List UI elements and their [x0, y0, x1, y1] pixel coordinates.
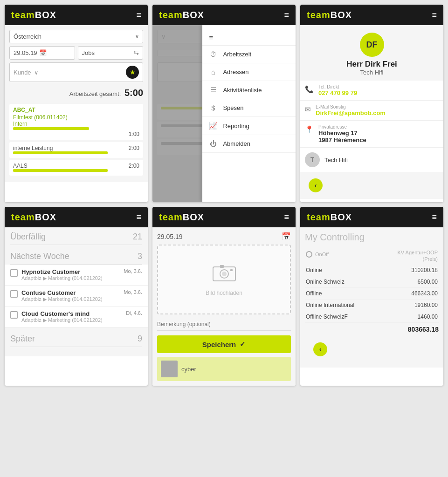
address-line1: Höhenweg 17	[318, 129, 439, 136]
menu-icon-5[interactable]: ≡	[284, 212, 289, 222]
card4-body: Überfällig 21 Nächste Woche 3 Hypnotize …	[5, 227, 148, 356]
col-header-onoff: OnOff	[305, 247, 378, 265]
address-label: Privatadresse	[318, 124, 439, 129]
calendar-icon: 📅	[39, 49, 47, 56]
task-date-2: Mo, 3.6.	[124, 289, 142, 295]
svg-point-3	[222, 272, 227, 276]
country-select[interactable]: Österreich ∨	[9, 30, 143, 43]
card6-body: My Controlling OnOff KV Agentur+OOP(Prei…	[300, 227, 443, 368]
back-button-6[interactable]: ‹	[313, 342, 327, 356]
entry1-name: ABC_AT	[13, 107, 139, 113]
main-grid: teamBOX ≡ Österreich ∨ 29.05.19 📅 Jobs ⇆	[5, 5, 443, 386]
section-later-title: Später	[10, 334, 35, 344]
customer-select-row: Kunde ∨ ★	[9, 62, 143, 82]
menu-label-reporting: Reporting	[223, 123, 249, 129]
task-checkbox-2[interactable]	[10, 290, 18, 298]
section-overdue-title: Überfällig	[10, 232, 46, 242]
jobs-select[interactable]: Jobs ⇆	[78, 46, 144, 60]
entry1-time-row: 1:00	[13, 131, 139, 137]
favorite-button[interactable]: ★	[126, 66, 139, 79]
spacer-later	[5, 347, 148, 356]
clock-icon: ⏱	[209, 50, 217, 58]
phone-content: Tel. Direkt 027 470 99 79	[318, 84, 439, 96]
menu-item-arbeitszeit[interactable]: ⏱ Arbeitszeit	[202, 46, 296, 63]
task-checkbox-1[interactable]	[10, 269, 18, 277]
header-2: teamBOX ≡	[152, 5, 296, 25]
row2-value: 6500.00	[378, 276, 439, 287]
address-content: Privatadresse Höhenweg 17 1987 Hérémence	[318, 124, 439, 143]
hamburger-icon[interactable]: ≡	[209, 34, 213, 41]
section-overdue-count: 21	[133, 232, 142, 242]
task-title-2: Confuse Customer	[21, 289, 120, 296]
row3-label: Offline	[305, 287, 378, 299]
task-checkbox-3[interactable]	[10, 311, 18, 319]
menu-item-abmelden[interactable]: ⏻ Abmelden	[202, 135, 296, 153]
row4-label: Online International	[305, 299, 378, 311]
menu-icon-6[interactable]: ≡	[432, 212, 437, 222]
menu-icon-2[interactable]: ≡	[284, 10, 289, 20]
email-value[interactable]: DirkFrei@spambob.com	[316, 109, 439, 116]
contact-name: Herr Dirk Frei	[346, 60, 397, 69]
logo-4: teamBOX	[11, 212, 56, 223]
table-row: Offline SchweizF 1460.00	[305, 311, 439, 322]
date-input[interactable]: 29.05.19 📅	[9, 46, 75, 60]
task-sub-1: Adaptbiz ▶ Marketing (014.021202)	[21, 275, 120, 281]
address-row: 📍 Privatadresse Höhenweg 17 1987 Hérémen…	[300, 121, 443, 148]
section-next-week-count: 3	[138, 252, 142, 261]
company-initial-letter: T	[310, 156, 315, 164]
row1-value: 310200.18	[378, 265, 439, 276]
list-icon: ☰	[209, 86, 217, 94]
row5-label: Offline SchweizF	[305, 311, 378, 322]
radio-button[interactable]	[306, 251, 312, 258]
onoff-row: OnOff	[306, 251, 377, 258]
menu-item-adressen[interactable]: ⌂ Adressen	[202, 63, 296, 81]
card-photo: teamBOX ≡ 29.05.19 📅 Bild hochlad	[152, 207, 296, 386]
entry3-time: 2:00	[129, 163, 139, 169]
chevron-down-icon-2: ∨	[34, 69, 39, 76]
menu-icon-4[interactable]: ≡	[136, 212, 141, 222]
save-button[interactable]: Speichern ✓	[157, 335, 291, 353]
header-3: teamBOX ≡	[300, 5, 443, 25]
email-icon: ✉	[305, 105, 311, 114]
remark-input[interactable]	[157, 318, 291, 331]
back-button[interactable]: ‹	[309, 178, 323, 192]
menu-icon-1[interactable]: ≡	[136, 10, 141, 20]
entry1-bar	[13, 127, 89, 130]
card-arbeitszeit: teamBOX ≡ Österreich ∨ 29.05.19 📅 Jobs ⇆	[5, 5, 148, 202]
menu-label-aktivitaeten: Aktivitätenliste	[223, 87, 262, 94]
logo-2: teamBOX	[159, 10, 204, 20]
email-content: E-Mail Sonstig DirkFrei@spambob.com	[316, 104, 439, 116]
menu-item-spesen[interactable]: $ Spesen	[202, 99, 296, 117]
row1-label: Online	[305, 265, 378, 276]
phone-row: 📞 Tel. Direkt 027 470 99 79	[300, 81, 443, 101]
entry2-row: interne Leistung 2:00	[13, 145, 139, 151]
menu-icon-3[interactable]: ≡	[432, 10, 437, 20]
task-content-2: Confuse Customer Adaptbiz ▶ Marketing (0…	[21, 289, 120, 302]
phone-label: Tel. Direkt	[318, 84, 439, 89]
cyber-label: cyber	[181, 366, 196, 373]
arrow-icon: ⇆	[134, 49, 139, 56]
menu-item-reporting[interactable]: 📈 Reporting	[202, 117, 296, 135]
jobs-label: Jobs	[82, 49, 95, 56]
section-later-count: 9	[138, 334, 142, 344]
entry1-time: 1:00	[129, 131, 139, 137]
email-row: ✉ E-Mail Sonstig DirkFrei@spambob.com	[300, 101, 443, 121]
customer-placeholder: Kunde	[14, 69, 31, 76]
phone-value[interactable]: 027 470 99 79	[318, 89, 439, 96]
menu-item-aktivitaeten[interactable]: ☰ Aktivitätenliste	[202, 81, 296, 99]
menu-label-spesen: Spesen	[223, 104, 243, 111]
task-content-3: Cloud Customer's mind Adaptbiz ▶ Marketi…	[21, 310, 122, 323]
table-row: Online Schweiz 6500.00	[305, 276, 439, 287]
controlling-table-header: OnOff KV Agentur+OOP(Preis)	[305, 247, 439, 265]
task-item-2: Confuse Customer Adaptbiz ▶ Marketing (0…	[5, 286, 148, 307]
card-contact: teamBOX ≡ DF Herr Dirk Frei Tech Hifi 📞 …	[300, 5, 443, 202]
company-name-label: Tech Hifi	[324, 157, 348, 164]
entry3-bar	[13, 169, 108, 172]
menu-panel: ≡ ⏱ Arbeitszeit ⌂ Adressen ☰ Aktivitäten…	[202, 25, 296, 202]
total-time: 5:00	[124, 88, 143, 98]
calendar-icon-5[interactable]: 📅	[282, 232, 291, 241]
section-next-week-title: Nächste Woche	[10, 252, 69, 261]
contact-company: Tech Hifi	[360, 69, 384, 76]
photo-upload-area[interactable]: Bild hochladen	[157, 245, 291, 314]
upload-label: Bild hochladen	[206, 290, 242, 296]
